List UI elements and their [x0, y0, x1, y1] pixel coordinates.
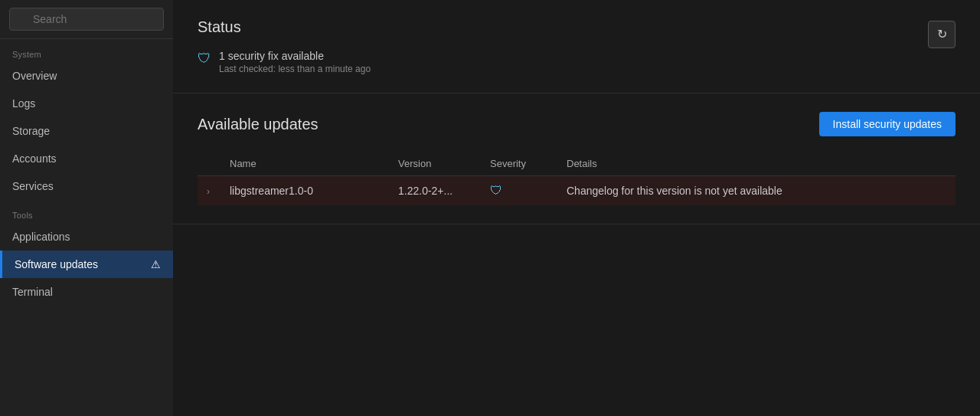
table-row[interactable]: › libgstreamer1.0-0 1.22.0-2+... 🛡 Chang…	[198, 176, 956, 206]
refresh-icon: ↻	[937, 27, 947, 41]
system-section-label: System	[0, 39, 173, 62]
sidebar-item-label: Applications	[12, 231, 70, 243]
row-severity: 🛡	[481, 176, 557, 206]
main-content: Status ↻ 🛡 1 security fix available Last…	[173, 0, 980, 416]
status-row: 🛡 1 security fix available Last checked:…	[198, 50, 956, 74]
status-title: Status	[198, 18, 241, 36]
sidebar-item-terminal[interactable]: Terminal	[0, 278, 173, 306]
sidebar-item-label: Storage	[12, 125, 50, 137]
available-updates-panel: Available updates Install security updat…	[173, 93, 980, 224]
updates-table: Name Version Severity Details › libgstre…	[198, 152, 956, 205]
table-header-row: Name Version Severity Details	[198, 152, 956, 176]
sidebar-item-label: Overview	[12, 70, 57, 82]
sidebar-item-label: Logs	[12, 97, 35, 110]
updates-title: Available updates	[198, 116, 318, 133]
sidebar-item-applications[interactable]: Applications	[0, 223, 173, 251]
chevron-right-icon: ›	[207, 186, 210, 197]
row-version: 1.22.0-2+...	[389, 176, 481, 206]
sidebar-item-label: Services	[12, 180, 54, 192]
row-expand-arrow: ›	[198, 176, 220, 206]
row-name: libgstreamer1.0-0	[220, 176, 389, 206]
col-details-header: Details	[557, 152, 956, 176]
sidebar-item-overview[interactable]: Overview	[0, 62, 173, 90]
refresh-button[interactable]: ↻	[928, 21, 956, 48]
status-panel: Status ↻ 🛡 1 security fix available Last…	[173, 0, 980, 93]
sidebar-item-logs[interactable]: Logs	[0, 90, 173, 117]
severity-shield-icon: 🛡	[490, 184, 502, 197]
sidebar-item-label: Software updates	[15, 258, 98, 270]
install-security-updates-button[interactable]: Install security updates	[819, 112, 956, 136]
sidebar-item-label: Terminal	[12, 286, 53, 298]
sidebar-item-services[interactable]: Services	[0, 172, 173, 200]
col-version-header: Version	[389, 152, 481, 176]
warning-badge-icon: ⚠	[151, 258, 161, 270]
sidebar: 🔍 System Overview Logs Storage Accounts …	[0, 0, 173, 416]
sidebar-item-software-updates[interactable]: Software updates ⚠	[0, 251, 173, 278]
security-shield-icon: 🛡	[198, 51, 211, 67]
col-expand	[198, 152, 220, 176]
row-details: Changelog for this version is not yet av…	[557, 176, 956, 206]
updates-header: Available updates Install security updat…	[198, 112, 956, 136]
search-container: 🔍	[0, 0, 173, 39]
col-name-header: Name	[220, 152, 389, 176]
tools-section-label: Tools	[0, 200, 173, 223]
last-checked-text: Last checked: less than a minute ago	[219, 64, 371, 74]
sidebar-item-label: Accounts	[12, 152, 57, 165]
col-severity-header: Severity	[481, 152, 557, 176]
sidebar-item-accounts[interactable]: Accounts	[0, 145, 173, 172]
sidebar-item-storage[interactable]: Storage	[0, 117, 173, 145]
security-fix-text: 1 security fix available	[219, 50, 371, 62]
search-input[interactable]	[9, 8, 164, 31]
